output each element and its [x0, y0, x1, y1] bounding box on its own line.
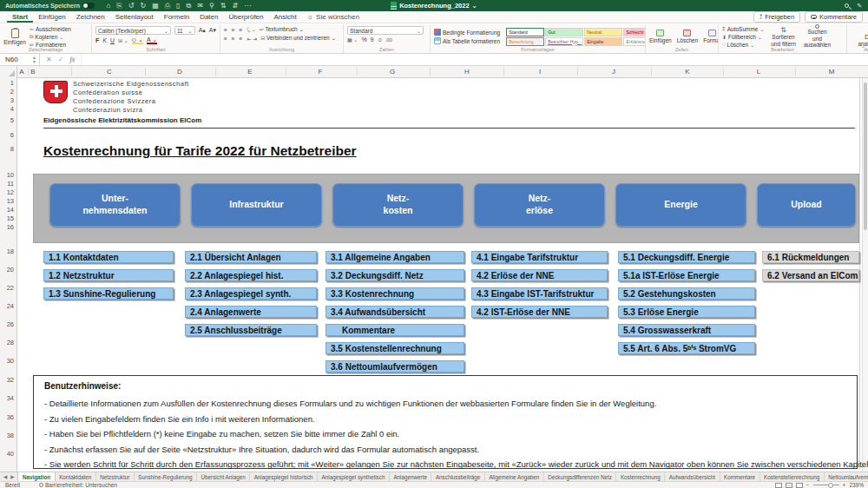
indent-icons[interactable]: ⇤ ⇥ [247, 36, 257, 42]
shrink-font-button[interactable]: A▾ [209, 27, 216, 34]
row-header-40[interactable]: 40 [7, 450, 14, 458]
row-header-4[interactable]: 4 [10, 105, 14, 114]
sort-ascending-icon[interactable]: ⇅ [220, 2, 227, 10]
title-caret-icon[interactable]: ⌄ [472, 2, 477, 10]
share-edit-icon[interactable]: ✎ [857, 3, 862, 10]
link-button-6-1-r-ckmeldungen[interactable]: 6.1 Rückmeldungen [762, 251, 859, 263]
row-header-32[interactable]: 32 [7, 376, 14, 385]
tab-scroll-right-icon[interactable]: ▶ [10, 474, 14, 479]
link-button-4-3-eingabe-ist-tarifstruktur[interactable]: 4.3 Eingabe IST-Tarifstruktur [471, 287, 608, 300]
font-color-button[interactable]: A ⌄ [147, 36, 157, 44]
align-center-icon[interactable]: ≡ [232, 36, 236, 42]
row-header-22[interactable]: 22 [7, 284, 14, 293]
link-button-3-1-allgemeine-angaben[interactable]: 3.1 Allgemeine Angaben [326, 251, 464, 263]
column-header-c[interactable]: C [107, 68, 112, 76]
borders-button[interactable]: ⊞ ⌄ [118, 37, 128, 43]
row-header-28[interactable]: 28 [7, 339, 14, 347]
merge-center-button[interactable]: ⊟ Verbinden und zentrieren ⌄ [260, 35, 336, 42]
accessibility-status[interactable]: Barrierefreiheit: Untersuchen [39, 482, 117, 488]
nav-button-netz-erl-se[interactable]: Netz- erlöse [474, 183, 605, 227]
link-button-1-1-kontaktdaten[interactable]: 1.1 Kontaktdaten [43, 251, 174, 263]
column-header-i[interactable]: I [539, 68, 541, 76]
sheet-tab-sunshine-regulierung[interactable]: Sunshine-Regulierung [135, 472, 197, 481]
search-web-icon[interactable]: ⚲ [209, 2, 214, 10]
sheet-tab-netzstruktur[interactable]: Netzstruktur [96, 472, 135, 481]
analyze-data-button[interactable]: ▦ Daten analysieren [851, 26, 868, 47]
link-button-2-1-bersicht-anlagen[interactable]: 2.1 Übersicht Anlagen [185, 251, 317, 263]
link-button-3-3-kostenrechnung[interactable]: 3.3 Kostenrechnung [326, 287, 464, 300]
link-button-6-2-versand-an-elcom[interactable]: 6.2 Versand an ElCom [762, 269, 859, 281]
nav-button-netz-kosten[interactable]: Netz- kosten [332, 183, 464, 227]
sheet-tab-aufwands-bersicht[interactable]: Aufwandsübersicht [665, 472, 720, 481]
increase-decimal-icon[interactable]: .0 [378, 37, 382, 43]
column-header-b[interactable]: B [30, 68, 35, 76]
column-header-a[interactable]: A [19, 68, 23, 76]
italic-button[interactable]: K [102, 37, 107, 43]
ribbon-tab-zeichnen[interactable]: Zeichnen [71, 11, 110, 23]
link-button-kommentare[interactable]: Kommentare [326, 324, 464, 336]
cut-button[interactable]: ✂Ausschneiden [30, 26, 71, 32]
nav-button-energie[interactable]: Energie [615, 183, 746, 227]
row-header-14[interactable]: 14 [7, 206, 14, 214]
link-button-3-6-nettoumlaufverm-gen[interactable]: 3.6 Nettoumlaufvermögen [326, 360, 464, 373]
sheet-tab-nettoumlaufverm-gen[interactable]: Nettoumlaufvermögen [825, 472, 868, 481]
column-header-e[interactable]: E [247, 68, 252, 76]
copy-icon[interactable]: ⧉ [187, 2, 192, 10]
nav-button-unter-nehmensdaten[interactable]: Unter- nehmensdaten [49, 183, 181, 227]
name-box[interactable]: N60 ▲▼ [0, 54, 40, 65]
ribbon-tab-start[interactable]: Start [7, 11, 33, 23]
link-button-4-1-eingabe-tarifstruktur[interactable]: 4.1 Eingabe Tarifstruktur [471, 251, 608, 263]
wrap-text-button[interactable]: ↩ Textumbruch ⌄ [260, 26, 304, 33]
link-button-2-4-anlagenwerte[interactable]: 2.4 Anlagenwerte [185, 306, 317, 318]
ribbon-tab-formeln[interactable]: Formeln [159, 11, 194, 23]
style-chip-standard[interactable]: Standard [506, 28, 544, 36]
link-button-3-2-deckungsdiff-netz[interactable]: 3.2 Deckungsdiff. Netz [326, 269, 464, 281]
formula-input[interactable] [82, 54, 868, 65]
underline-button[interactable]: U [110, 37, 115, 43]
tell-me-control[interactable]: ☼ Sie wünschen [302, 11, 365, 23]
comma-style-button[interactable]: 9 [371, 36, 374, 43]
vertical-scrollbar[interactable] [862, 78, 868, 472]
column-header-f[interactable]: F [319, 68, 323, 76]
currency-format-icon[interactable]: ▦ ⌄ [347, 36, 358, 43]
row-header-24[interactable]: 24 [7, 302, 14, 311]
row-header-1[interactable]: 1 [10, 79, 14, 88]
align-bottom-icon[interactable]: ≡ [240, 27, 244, 33]
column-header-h[interactable]: H [464, 68, 470, 76]
more-icon[interactable]: ⋯ [244, 2, 251, 10]
font-size-select[interactable]: 11⌄ [174, 26, 195, 35]
link-button-5-2-gestehungskosten[interactable]: 5.2 Gestehungskosten [618, 287, 755, 300]
autosave-toggle[interactable] [82, 3, 95, 9]
fill-button[interactable]: ⬇Füllbereich ⌄ [722, 34, 765, 40]
column-header-g[interactable]: G [390, 68, 395, 76]
row-header-26[interactable]: 26 [7, 320, 14, 329]
cancel-icon[interactable]: ✕ [46, 56, 52, 63]
sheet-tab-navigation[interactable]: Navigation [17, 472, 55, 481]
normal-view-icon[interactable] [775, 483, 782, 488]
number-format-select[interactable]: Standard⌄ [347, 26, 424, 35]
sheet-tab-anschlussbeitr-ge[interactable]: Anschlussbeiträge [431, 472, 484, 481]
fill-color-button[interactable]: ◇ ⌄ [132, 36, 143, 44]
row-header-10[interactable]: 10 [7, 171, 14, 180]
name-box-stepper-icon[interactable]: ▲▼ [32, 56, 36, 64]
zoom-level[interactable]: 239% [849, 482, 864, 488]
select-all-corner[interactable] [0, 66, 17, 78]
column-header-l[interactable]: L [757, 68, 760, 76]
link-button-5-5-art-6-abs-5-stromvg[interactable]: 5.5 Art. 6 Abs. 5ᵇⁱˢ StromVG [618, 342, 755, 354]
style-chip-neutral[interactable]: Neutral [584, 28, 622, 36]
column-header-j[interactable]: J [612, 68, 615, 76]
link-button-1-3-sunshine-regulierung[interactable]: 1.3 Sunshine-Regulierung [43, 287, 174, 300]
row-header-18[interactable]: 18 [7, 247, 14, 256]
column-header-d[interactable]: D [177, 68, 182, 76]
bold-button[interactable]: F [95, 37, 99, 43]
find-select-button[interactable]: Suchen und auswählen [803, 24, 832, 48]
copy-button[interactable]: ⧉Kopieren ⌄ [30, 34, 71, 40]
link-button-2-3-anlagespiegel-synth[interactable]: 2.3 Anlagespiegel synth. [185, 287, 317, 300]
row-header-30[interactable]: 30 [7, 357, 14, 366]
page-layout-view-icon[interactable] [786, 483, 792, 488]
link-button-1-2-netzstruktur[interactable]: 1.2 Netzstruktur [43, 269, 174, 281]
sheet-tab-kommentare[interactable]: Kommentare [720, 472, 760, 481]
ribbon-tab-seitenlayout[interactable]: Seitenlayout [110, 11, 159, 23]
link-button-4-2-ist-erl-se-der-nne[interactable]: 4.2 IST-Erlöse der NNE [471, 306, 608, 318]
sheet-tab-anlagenwerte[interactable]: Anlagenwerte [390, 472, 432, 481]
